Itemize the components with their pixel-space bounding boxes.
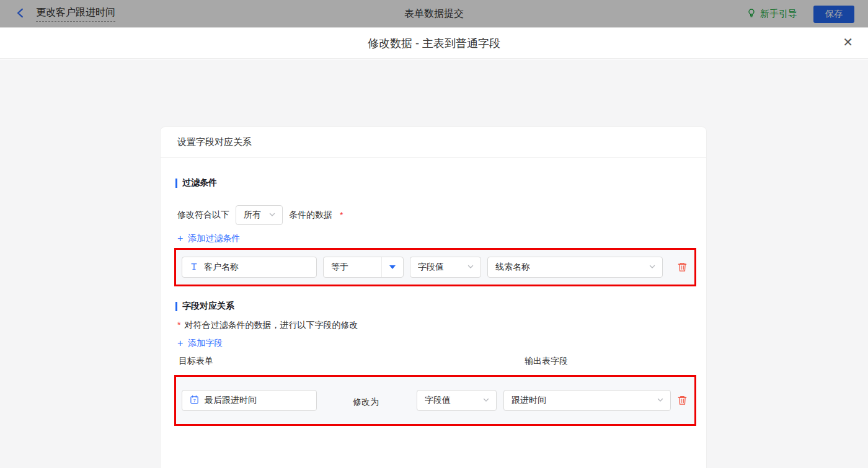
mapping-description: 对符合过滤条件的数据，进行以下字段的修改 [184,320,358,331]
mapping-description-row: * 对符合过滤条件的数据，进行以下字段的修改 [177,320,358,331]
chevron-down-icon [268,210,276,220]
workflow-name[interactable]: 更改客户跟进时间 [36,6,115,22]
chevron-down-icon [467,262,474,272]
required-mark: * [340,210,343,220]
filter-field-input[interactable]: 客户名称 [182,257,317,278]
settings-panel: 设置字段对应关系 过滤条件 修改符合以下 所有 条件的数据 * + 添 [160,126,707,468]
condition-suffix: 条件的数据 [289,210,332,221]
mapping-row-highlight: 7 最后跟进时间 修改为 字段值 跟进时间 [174,375,696,426]
condition-row: 修改符合以下 所有 条件的数据 * [177,205,343,225]
caret-down-icon [389,265,396,269]
calendar-icon: 7 [190,395,199,406]
filter-value-select[interactable]: 线索名称 [487,257,663,278]
condition-prefix: 修改符合以下 [177,210,229,221]
panel-header: 设置字段对应关系 [161,127,706,158]
add-field-label: 添加字段 [188,338,223,349]
delete-filter-row-button[interactable] [677,262,688,272]
filter-section-label: 过滤条件 [182,177,217,188]
condition-scope-select[interactable]: 所有 [236,205,283,225]
svg-text:7: 7 [193,398,195,404]
dialog-title: 修改数据 - 主表到普通字段 [368,36,500,51]
back-button[interactable] [15,7,26,21]
filter-valuetype-select[interactable]: 字段值 [410,257,481,278]
mapping-field-value: 最后跟进时间 [205,395,257,406]
add-field-link[interactable]: + 添加字段 [177,338,223,349]
filter-field-value: 客户名称 [204,262,239,273]
operator-caret-zone[interactable] [381,257,403,277]
mapping-section-label: 字段对应关系 [182,301,234,312]
filter-operator-select[interactable]: 等于 [323,257,404,278]
plus-icon: + [177,234,183,244]
add-filter-condition-link[interactable]: + 添加过滤条件 [177,233,240,244]
text-type-icon [190,262,198,273]
filter-section-title: 过滤条件 [175,177,217,188]
filter-row-highlight: 客户名称 等于 字段值 线索名称 [174,248,696,286]
chevron-down-icon [657,395,664,405]
required-mark: * [177,320,180,330]
dialog-header: 修改数据 - 主表到普通字段 [0,28,868,59]
lightbulb-icon [746,8,756,20]
modify-to-label: 修改为 [353,397,379,408]
chevron-down-icon [649,262,656,272]
back-chevron-icon [15,7,26,21]
dialog-body: 设置字段对应关系 过滤条件 修改符合以下 所有 条件的数据 * + 添 [0,60,868,468]
delete-mapping-row-button[interactable] [677,395,688,405]
mapping-field-input[interactable]: 7 最后跟进时间 [182,390,317,411]
save-button[interactable]: 保存 [813,6,854,23]
plus-icon: + [177,338,183,348]
mapping-section-title: 字段对应关系 [175,301,234,312]
section-marker [175,302,177,311]
beginner-guide-link[interactable]: 新手引导 [746,8,797,20]
section-marker [175,179,177,188]
column-header-output-field: 输出表字段 [525,356,568,367]
screen: 表单数据提交 更改客户跟进时间 新手引导 保存 修改数据 - 主表到普通字段 ✕ [0,0,868,468]
top-bar: 表单数据提交 更改客户跟进时间 新手引导 保存 [0,0,868,28]
topbar-title: 表单数据提交 [0,0,868,28]
mapping-valuetype-select[interactable]: 字段值 [417,390,497,411]
column-header-target-form: 目标表单 [179,356,213,367]
chevron-down-icon [482,395,490,405]
close-icon[interactable]: ✕ [843,36,853,48]
add-filter-label: 添加过滤条件 [188,233,240,244]
mapping-value-select[interactable]: 跟进时间 [503,390,671,411]
guide-label: 新手引导 [760,8,797,20]
